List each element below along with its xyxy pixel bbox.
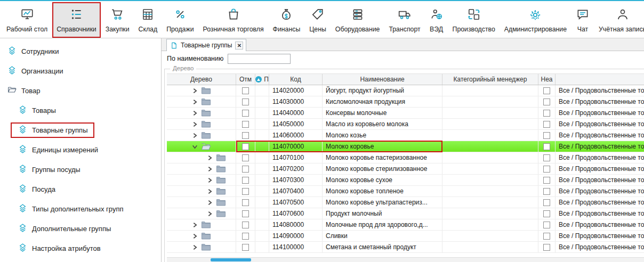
column-header-otm[interactable]: Отм — [236, 74, 255, 85]
tree-row-114040000[interactable]: 114040000Консервы молочныеВсе / Продовол… — [167, 108, 644, 119]
toolbar-item-transport[interactable]: Транспорт — [384, 2, 424, 38]
inactive-checkbox[interactable] — [543, 121, 550, 128]
sidebar-item-additional-groups[interactable]: Дополнительные группы — [11, 221, 117, 236]
column-header-inactive[interactable]: Неа — [538, 74, 556, 85]
tree-row-114080000[interactable]: 114080000Молочные прод для здорового,д..… — [167, 219, 644, 231]
mark-checkbox[interactable] — [242, 177, 249, 184]
mark-checkbox[interactable] — [242, 222, 249, 228]
sidebar-item-dishware-groups[interactable]: Группы посуды — [11, 162, 87, 177]
tree-row-114060000[interactable]: 114060000Молоко козьеВсе / Продовольстве… — [167, 130, 644, 141]
chevron-right-icon[interactable] — [191, 222, 198, 228]
inactive-checkbox[interactable] — [543, 99, 550, 105]
tree-row-114070300[interactable]: 114070300Молоко коровье сухоеВсе / Продо… — [167, 175, 644, 186]
column-header-path[interactable] — [556, 74, 644, 85]
mark-checkbox[interactable] — [242, 110, 249, 117]
column-header-code[interactable]: Код — [269, 74, 323, 85]
chevron-right-icon[interactable] — [206, 188, 213, 195]
sidebar-item-products[interactable]: Товары — [11, 103, 62, 118]
chevron-right-icon[interactable] — [191, 244, 198, 251]
mark-checkbox[interactable] — [242, 188, 249, 195]
toolbar-item-administration[interactable]: Администрирование — [500, 2, 571, 38]
chevron-right-icon[interactable] — [206, 166, 213, 173]
mark-checkbox[interactable] — [242, 199, 249, 206]
inactive-checkbox[interactable] — [543, 210, 550, 217]
tree-row-114030000[interactable]: 114030000Кисломолочная продукцияВсе / Пр… — [167, 96, 644, 108]
cell-code: 114070200 — [269, 163, 323, 174]
mark-checkbox[interactable] — [242, 233, 249, 240]
inactive-checkbox[interactable] — [543, 143, 550, 150]
column-header-manager[interactable]: Категорийный менеджер — [442, 74, 538, 85]
toolbar-item-desktop[interactable]: Рабочий стол — [2, 2, 52, 38]
tree-row-114070600[interactable]: 114070600Продукт молочныйВсе / Продоволь… — [167, 208, 644, 219]
tree-row-114070100[interactable]: 114070100Молоко коровье пастеризованноеВ… — [167, 152, 644, 163]
inactive-checkbox[interactable] — [543, 244, 550, 251]
chevron-right-icon[interactable] — [206, 210, 213, 217]
tree-row-114070000[interactable]: 114070000Молоко коровьеВсе / Продовольст… — [167, 141, 644, 152]
sidebar-item-product[interactable]: Товар — [0, 83, 46, 99]
sidebar-item-product-groups[interactable]: Товарные группы — [11, 122, 94, 138]
column-header-name[interactable]: Наименование — [323, 74, 442, 85]
inactive-checkbox[interactable] — [543, 233, 550, 240]
chevron-right-icon[interactable] — [191, 132, 198, 139]
toolbar-item-account[interactable]: Учётная запись — [594, 2, 644, 38]
sidebar-item-organizations[interactable]: Организации — [0, 63, 70, 79]
inactive-checkbox[interactable] — [543, 132, 550, 139]
column-header-p[interactable]: П — [255, 74, 269, 85]
toolbar-item-chat[interactable]: Чат — [571, 2, 594, 38]
mark-checkbox[interactable] — [242, 143, 249, 150]
chevron-right-icon[interactable] — [206, 154, 213, 161]
inactive-checkbox[interactable] — [543, 188, 550, 195]
mark-checkbox[interactable] — [242, 210, 249, 217]
tree-row-114070200[interactable]: 114070200Молоко коровье стерилизованноеВ… — [167, 163, 644, 175]
inactive-checkbox[interactable] — [543, 154, 550, 161]
toolbar-item-production[interactable]: Производство — [448, 2, 500, 38]
mark-checkbox[interactable] — [242, 87, 249, 94]
sidebar-item-additional-group-types[interactable]: Типы дополнительных групп — [11, 201, 130, 217]
tab-close-icon[interactable]: ✕ — [235, 42, 243, 50]
toolbar-item-purchases[interactable]: Закупки — [101, 2, 134, 38]
tree-row-114070400[interactable]: 114070400Молоко коровье топленоеВсе / Пр… — [167, 186, 644, 197]
inactive-checkbox[interactable] — [543, 177, 550, 184]
name-filter-input[interactable] — [228, 54, 291, 64]
chevron-right-icon[interactable] — [191, 121, 198, 128]
mark-checkbox[interactable] — [242, 121, 249, 128]
chevron-right-icon[interactable] — [191, 87, 198, 94]
toolbar-item-equipment[interactable]: Оборудование — [331, 2, 384, 38]
toolbar-item-warehouse[interactable]: Склад — [134, 2, 162, 38]
chevron-right-icon[interactable] — [206, 199, 213, 206]
tree-row-114100000[interactable]: 114100000Сметана и сметанный продуктВсе … — [167, 242, 644, 253]
chevron-right-icon[interactable] — [191, 110, 198, 117]
sidebar-item-employees[interactable]: Сотрудники — [0, 44, 65, 59]
sidebar-item-attribute-settings[interactable]: Настройка атрибутов — [11, 241, 107, 256]
inactive-checkbox[interactable] — [543, 166, 550, 173]
mark-checkbox[interactable] — [242, 132, 249, 139]
tree-row-114090000[interactable]: 114090000СливкиВсе / Продовольственные т… — [167, 231, 644, 242]
horizontal-scrollbar[interactable] — [167, 257, 644, 262]
inactive-checkbox[interactable] — [543, 199, 550, 206]
chevron-right-icon[interactable] — [191, 99, 198, 105]
chevron-right-icon[interactable] — [206, 177, 213, 184]
sidebar-item-dishware[interactable]: Посуда — [11, 182, 62, 197]
chevron-down-icon[interactable] — [191, 143, 198, 150]
inactive-checkbox[interactable] — [543, 222, 550, 228]
inactive-checkbox[interactable] — [543, 87, 550, 94]
tree-row-114050000[interactable]: 114050000Масло из коровьего молокаВсе / … — [167, 119, 644, 130]
column-header-tree[interactable]: Дерево — [167, 74, 236, 85]
scrollbar-thumb[interactable] — [211, 258, 251, 261]
toolbar-item-retail[interactable]: Розничная торговля — [199, 2, 268, 38]
toolbar-item-sales[interactable]: Продажи — [162, 2, 198, 38]
inactive-checkbox[interactable] — [543, 110, 550, 117]
toolbar-item-finance[interactable]: Финансы — [269, 2, 305, 38]
toolbar-item-foreign-trade[interactable]: ВЭД — [425, 2, 448, 38]
mark-checkbox[interactable] — [242, 99, 249, 105]
mark-checkbox[interactable] — [242, 154, 249, 161]
toolbar-item-directories[interactable]: Справочники — [52, 2, 101, 38]
tab-product-groups[interactable]: Товарные группы ✕ — [166, 39, 246, 51]
mark-checkbox[interactable] — [242, 166, 249, 173]
sidebar-item-measurement-units[interactable]: Единицы измерений — [11, 142, 104, 158]
mark-checkbox[interactable] — [242, 244, 249, 251]
toolbar-item-prices[interactable]: Цены — [305, 2, 331, 38]
tree-row-114020000[interactable]: 114020000Йогурт, продукт йогуртныйВсе / … — [167, 85, 644, 96]
chevron-right-icon[interactable] — [191, 233, 198, 240]
tree-row-114070500[interactable]: 114070500Молоко коровье ультрапастериз..… — [167, 197, 644, 208]
